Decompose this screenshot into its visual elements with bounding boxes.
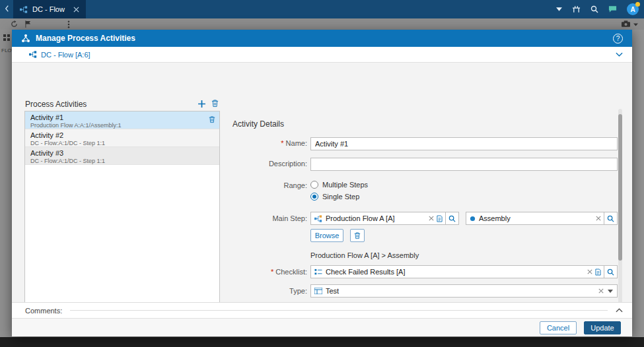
type-combo[interactable]: Test bbox=[310, 284, 618, 298]
checklist-combo[interactable]: Check Failed Results [A] bbox=[310, 265, 618, 278]
browse-button[interactable]: Browse bbox=[310, 229, 343, 242]
caret-down-icon[interactable] bbox=[608, 290, 613, 293]
dialog-body: Process Activities Activity #1 Productio… bbox=[12, 63, 632, 302]
step-status-icon bbox=[470, 216, 476, 222]
required-asterisk: * bbox=[281, 139, 283, 147]
clear-icon[interactable] bbox=[587, 269, 592, 274]
flow-icon bbox=[314, 215, 322, 222]
breadcrumb-label: DC - Flow [A:6] bbox=[41, 51, 90, 59]
type-icon bbox=[314, 288, 322, 294]
process-activities-icon bbox=[21, 34, 30, 43]
clear-icon[interactable] bbox=[598, 288, 604, 294]
flow-icon bbox=[29, 51, 37, 58]
range-label: Range: bbox=[230, 181, 307, 189]
search-icon[interactable] bbox=[604, 212, 617, 224]
list-item-activity-1[interactable]: Activity #1 Production Flow A:A:1/Assemb… bbox=[25, 111, 219, 129]
checklist-icon bbox=[314, 268, 322, 276]
activity-title: Activity #2 bbox=[30, 131, 214, 139]
dialog-header: Manage Process Activities ? bbox=[12, 30, 632, 47]
dialog-footer: Cancel Update bbox=[12, 318, 632, 336]
main-step-step-value: Assembly bbox=[479, 214, 593, 222]
activity-subtitle: DC - Flow:A:1/DC - Step 1:1 bbox=[30, 140, 214, 146]
name-label: *Name: bbox=[230, 139, 307, 147]
clear-icon[interactable] bbox=[596, 216, 601, 221]
main-step-flow-combo[interactable]: Production Flow A [A] bbox=[310, 212, 459, 225]
screen: DC - Flow A bbox=[0, 0, 644, 347]
flow-icon bbox=[20, 6, 28, 13]
radio-icon-selected bbox=[310, 193, 318, 201]
tab-dc-flow[interactable]: DC - Flow bbox=[13, 0, 86, 18]
topbar-actions: A bbox=[556, 0, 639, 18]
required-asterisk: * bbox=[271, 268, 273, 276]
divider bbox=[70, 310, 608, 311]
description-input[interactable] bbox=[310, 158, 618, 171]
radio-single-step[interactable]: Single Step bbox=[310, 193, 359, 201]
manage-process-activities-dialog: Manage Process Activities ? DC - Flow [A… bbox=[12, 30, 632, 336]
activity-subtitle: DC - Flow:A:1/DC - Step 1:1 bbox=[30, 158, 214, 164]
main-step-flow-value: Production Flow A [A] bbox=[326, 214, 426, 222]
main-step-path: Production Flow A [A] > Assembly bbox=[310, 251, 419, 259]
update-button[interactable]: Update bbox=[584, 321, 621, 334]
dialog-title: Manage Process Activities bbox=[36, 34, 135, 43]
radio-label: Multiple Steps bbox=[322, 181, 368, 189]
help-icon[interactable]: ? bbox=[613, 34, 623, 44]
clear-icon[interactable] bbox=[429, 216, 434, 221]
chevron-up-icon[interactable] bbox=[616, 308, 623, 313]
trash-icon[interactable] bbox=[209, 115, 215, 123]
checklist-label: *Checklist: bbox=[230, 268, 307, 276]
name-input[interactable] bbox=[310, 137, 618, 150]
activity-title: Activity #3 bbox=[30, 149, 214, 157]
description-label: Description: bbox=[230, 160, 307, 168]
clear-main-step-button[interactable] bbox=[350, 229, 365, 242]
list-item-activity-2[interactable]: Activity #2 DC - Flow:A:1/DC - Step 1:1 bbox=[25, 129, 219, 147]
workbench-icon[interactable] bbox=[572, 5, 581, 13]
avatar[interactable]: A bbox=[627, 3, 639, 15]
process-activities-title: Process Activities bbox=[25, 100, 87, 109]
type-value: Test bbox=[326, 287, 596, 295]
activity-title: Activity #1 bbox=[30, 113, 214, 121]
caret-down-icon[interactable] bbox=[556, 7, 562, 11]
close-icon[interactable] bbox=[73, 7, 79, 13]
tab-label: DC - Flow bbox=[32, 5, 65, 13]
notification-badge bbox=[635, 2, 640, 7]
help-glyph: ? bbox=[616, 35, 620, 42]
activities-list: Activity #1 Production Flow A:A:1/Assemb… bbox=[24, 111, 220, 321]
delete-activity-button[interactable] bbox=[211, 99, 219, 108]
details-scrollbar bbox=[618, 109, 622, 331]
radio-icon bbox=[310, 181, 318, 189]
chat-icon[interactable] bbox=[608, 5, 617, 13]
top-bar: DC - Flow A bbox=[0, 0, 644, 18]
cancel-button[interactable]: Cancel bbox=[540, 321, 577, 334]
scrollbar-thumb[interactable] bbox=[618, 114, 622, 261]
comments-label: Comments: bbox=[25, 307, 62, 315]
add-activity-button[interactable] bbox=[197, 100, 206, 108]
dialog-breadcrumb-bar: DC - Flow [A:6] bbox=[12, 47, 632, 63]
breadcrumb[interactable]: DC - Flow [A:6] bbox=[29, 51, 90, 59]
type-label: Type: bbox=[230, 287, 307, 295]
checklist-value: Check Failed Results [A] bbox=[326, 268, 585, 276]
revision-icon[interactable] bbox=[437, 215, 443, 222]
chevron-left-icon[interactable] bbox=[5, 5, 9, 13]
list-item-activity-3[interactable]: Activity #3 DC - Flow:A:1/DC - Step 1:1 bbox=[25, 147, 219, 165]
main-step-step-combo[interactable]: Assembly bbox=[466, 212, 618, 225]
radio-multiple-steps[interactable]: Multiple Steps bbox=[310, 181, 368, 189]
search-icon[interactable] bbox=[590, 5, 598, 13]
main-step-label: Main Step: bbox=[230, 214, 307, 222]
search-icon[interactable] bbox=[604, 266, 617, 278]
activity-details-title: Activity Details bbox=[233, 119, 284, 129]
comments-section: Comments: bbox=[12, 302, 632, 318]
revision-icon[interactable] bbox=[595, 268, 601, 276]
radio-label: Single Step bbox=[322, 193, 359, 201]
chevron-down-icon[interactable] bbox=[616, 52, 623, 57]
search-icon[interactable] bbox=[445, 212, 458, 224]
avatar-letter: A bbox=[630, 6, 635, 13]
activity-subtitle: Production Flow A:A:1/Assembly:1 bbox=[30, 122, 214, 129]
